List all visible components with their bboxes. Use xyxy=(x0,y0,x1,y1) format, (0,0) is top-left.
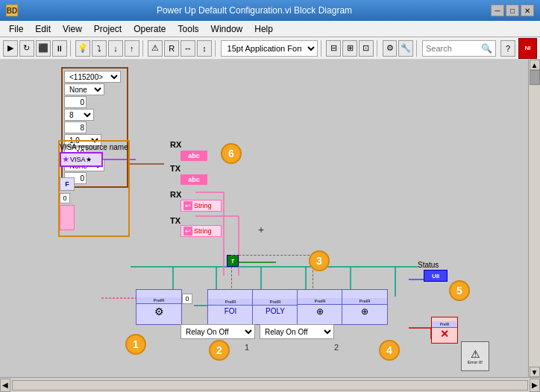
retain-button[interactable]: R xyxy=(164,40,179,57)
string2-text: String xyxy=(194,227,212,235)
menu-bar: File Edit View Project Operate Tools Win… xyxy=(0,21,540,37)
separator-5 xyxy=(377,40,380,57)
menu-tools[interactable]: Tools xyxy=(172,22,205,36)
func-block-3-icon: POLY xyxy=(266,307,285,315)
menu-help[interactable]: Help xyxy=(248,22,279,36)
visa-label: VISA resource name xyxy=(60,143,128,151)
val3-field[interactable] xyxy=(64,121,87,133)
num-label-1: 1 xyxy=(245,343,249,352)
val2-row: 8 xyxy=(64,109,125,121)
menu-project[interactable]: Project xyxy=(88,22,128,36)
orange-circle-2: 2 xyxy=(209,340,230,361)
error-cluster-icon: ⚠ xyxy=(471,348,480,360)
extra-btn4[interactable]: 🔧 xyxy=(398,40,413,57)
scroll-track-bottom[interactable] xyxy=(12,380,528,391)
func-block-5-label: PrelR xyxy=(342,298,387,305)
func-block-1-icon: ⚙ xyxy=(154,306,164,317)
tx2-label: TX xyxy=(170,216,180,225)
visa-text: VISA★ xyxy=(70,156,92,163)
maximize-button[interactable]: □ xyxy=(506,4,519,16)
close-button[interactable]: ✕ xyxy=(521,4,534,16)
func-block-error: PrelR ✕ xyxy=(431,317,458,344)
baud-rate-row: <115200> xyxy=(64,71,125,83)
orange-circle-6: 6 xyxy=(221,143,242,164)
abort-button[interactable]: ⬛ xyxy=(36,40,51,57)
abc1-box: abc xyxy=(180,151,207,161)
menu-operate[interactable]: Operate xyxy=(128,22,172,36)
abc2-text: abc xyxy=(188,176,200,183)
val2-dropdown[interactable]: 8 xyxy=(64,109,94,121)
func-block-2-label: PrelR xyxy=(208,299,253,306)
separator-6 xyxy=(416,40,419,57)
main-area: <115200> None 8 1.0 xyxy=(0,60,540,377)
search-input[interactable] xyxy=(426,44,478,53)
orange-circle-5: 5 xyxy=(449,280,470,301)
toolbar: ▶ ↻ ⬛ ⏸ 💡 ⤵ ↓ ↑ ⚠ R ↔ ↕ 15pt Application… xyxy=(0,37,540,60)
func-block-1: PrelR ⚙ xyxy=(136,289,182,325)
pink-rect xyxy=(60,205,75,230)
relay-dropdown-2[interactable]: Relay On Off xyxy=(260,324,334,339)
title-bar: BD Power Up Default Configuration.vi Blo… xyxy=(0,0,540,21)
val1-field[interactable] xyxy=(64,96,87,108)
extra-btn2[interactable]: ↕ xyxy=(197,40,212,57)
visa-box: ★ VISA★ xyxy=(60,152,103,167)
func-block-5: PrelR ⊕ xyxy=(342,289,388,325)
option1-dropdown[interactable]: None xyxy=(64,83,104,95)
step-into-button[interactable]: ↓ xyxy=(108,40,123,57)
num-label-2: 2 xyxy=(334,343,339,352)
scroll-thumb-right[interactable] xyxy=(530,70,540,85)
menu-view[interactable]: View xyxy=(57,22,88,36)
separator-1 xyxy=(70,40,73,57)
rx1-label: RX xyxy=(170,140,181,149)
separator-3 xyxy=(215,40,218,57)
menu-window[interactable]: Window xyxy=(205,22,249,36)
func-block-4: PrelR ⊕ xyxy=(297,289,343,325)
scroll-up-button[interactable]: ▲ xyxy=(530,60,540,70)
string2-icon: ↩ xyxy=(183,227,192,235)
extra-btn3[interactable]: ⚙ xyxy=(383,40,398,57)
logo-icon: NI xyxy=(518,38,537,59)
run-continuously-button[interactable]: ↻ xyxy=(19,40,34,57)
pause-button[interactable]: ⏸ xyxy=(52,40,67,57)
zero-const-2: 0 xyxy=(182,294,192,304)
align-button[interactable]: ⊟ xyxy=(326,40,341,57)
func-block-error-label: PrelR xyxy=(432,321,457,328)
relay-dropdown-1[interactable]: Relay On Off xyxy=(180,324,255,339)
bottom-scrollbar: ◀ ▶ xyxy=(0,377,540,392)
scroll-down-button[interactable]: ▼ xyxy=(530,367,540,377)
run-button[interactable]: ▶ xyxy=(3,40,18,57)
baud-rate-dropdown[interactable]: <115200> xyxy=(64,71,121,83)
visa-icon: ★ xyxy=(63,156,69,163)
scroll-right-button[interactable]: ▶ xyxy=(530,379,540,392)
help-button[interactable]: ? xyxy=(500,40,515,57)
status-u8-box: U8 xyxy=(424,270,448,282)
func-block-2: PrelR FOI xyxy=(207,289,254,325)
func-block-1-label: PrelR xyxy=(136,297,181,304)
orange-circle-3: 3 xyxy=(309,250,330,271)
minimize-button[interactable]: ─ xyxy=(491,4,504,16)
menu-edit[interactable]: Edit xyxy=(29,22,57,36)
abc2-box: abc xyxy=(180,174,207,185)
menu-file[interactable]: File xyxy=(3,22,29,36)
step-over-button[interactable]: ⤵ xyxy=(92,40,107,57)
abc1-text: abc xyxy=(188,152,200,159)
window-title: Power Up Default Configuration.vi Block … xyxy=(18,5,491,16)
title-icon: BD xyxy=(6,4,18,16)
plus-symbol: + xyxy=(258,224,264,235)
string1-text: String xyxy=(194,202,212,209)
search-icon[interactable]: 🔍 xyxy=(481,43,492,54)
warn-button[interactable]: ⚠ xyxy=(148,40,163,57)
distribute-button[interactable]: ⊞ xyxy=(342,40,357,57)
scroll-track-right[interactable] xyxy=(530,70,540,367)
step-out-button[interactable]: ↑ xyxy=(125,40,139,57)
font-dropdown[interactable]: 15pt Application Font xyxy=(221,40,318,57)
toolbar-search-area: 🔍 xyxy=(422,40,496,57)
val1-row xyxy=(64,96,125,108)
error-cluster-text: Error 0! xyxy=(468,360,483,364)
extra-btn1[interactable]: ↔ xyxy=(180,40,195,57)
zero-const-1: 0 xyxy=(60,193,70,203)
resize-button[interactable]: ⊡ xyxy=(359,40,374,57)
block-diagram-canvas[interactable]: <115200> None 8 1.0 xyxy=(0,60,528,377)
scroll-left-button[interactable]: ◀ xyxy=(0,379,10,392)
highlight-button[interactable]: 💡 xyxy=(75,40,90,57)
